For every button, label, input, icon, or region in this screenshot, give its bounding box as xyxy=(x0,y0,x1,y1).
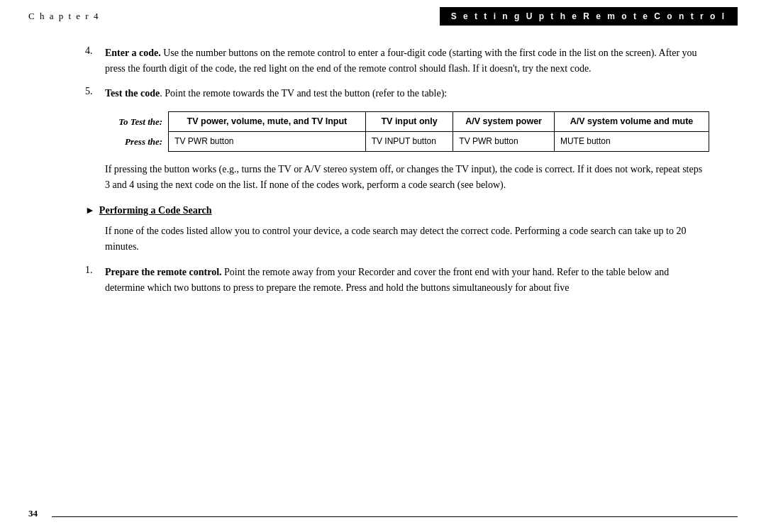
test-table-container: To Test the: TV power, volume, mute, and… xyxy=(105,111,709,152)
press-col3: TV PWR button xyxy=(453,132,555,152)
press-col4: MUTE button xyxy=(554,132,709,152)
page-header: C h a p t e r 4 S e t t i n g U p t h e … xyxy=(0,0,766,31)
item-number-1: 1. xyxy=(85,265,105,295)
paragraph-after-table: If pressing the button works (e.g., turn… xyxy=(105,162,709,192)
test-table: To Test the: TV power, volume, mute, and… xyxy=(105,111,709,152)
section-intro: If none of the codes listed allow you to… xyxy=(105,223,709,254)
item4-bold: Enter a code. xyxy=(105,48,161,58)
item1-bold: Prepare the remote control. xyxy=(105,267,222,277)
item5-rest: . Point the remote towards the TV and te… xyxy=(160,88,447,99)
list-item-4: 4. Enter a code. Use the number buttons … xyxy=(85,45,709,76)
chapter-title: S e t t i n g U p t h e R e m o t e C o … xyxy=(440,7,738,26)
item-text-4: Enter a code. Use the number buttons on … xyxy=(105,45,709,76)
list-item-5: 5. Test the code. Point the remote towar… xyxy=(85,86,709,101)
page-number: 34 xyxy=(28,508,38,519)
page-footer: 34 xyxy=(0,508,766,519)
item-number-5: 5. xyxy=(85,86,105,101)
chapter-label: C h a p t e r 4 xyxy=(28,11,99,22)
list-item-1: 1. Prepare the remote control. Point the… xyxy=(85,265,709,295)
table-col1-header: TV power, volume, mute, and TV Input xyxy=(169,112,366,132)
section-heading-text: Performing a Code Search xyxy=(99,205,212,216)
table-col4-header: A/V system volume and mute xyxy=(554,112,709,132)
arrow-icon: ► xyxy=(85,205,95,216)
table-col2-header: TV input only xyxy=(365,112,453,132)
press-label: Press the: xyxy=(105,132,169,152)
item-text-5: Test the code. Point the remote towards … xyxy=(105,86,709,101)
table-header-row: To Test the: TV power, volume, mute, and… xyxy=(105,112,709,132)
page: C h a p t e r 4 S e t t i n g U p t h e … xyxy=(0,0,766,532)
section-heading-performing: ► Performing a Code Search xyxy=(85,205,709,216)
press-col2: TV INPUT button xyxy=(365,132,453,152)
table-corner-cell: To Test the: xyxy=(105,112,169,132)
item5-bold: Test the code xyxy=(105,88,160,99)
table-col3-header: A/V system power xyxy=(453,112,555,132)
footer-line xyxy=(52,516,738,517)
item-number-4: 4. xyxy=(85,45,105,76)
item4-rest: Use the number buttons on the remote con… xyxy=(105,48,697,74)
main-content: 4. Enter a code. Use the number buttons … xyxy=(0,31,766,319)
press-col1: TV PWR button xyxy=(169,132,366,152)
item-text-1: Prepare the remote control. Point the re… xyxy=(105,265,709,295)
table-press-row: Press the: TV PWR button TV INPUT button… xyxy=(105,132,709,152)
